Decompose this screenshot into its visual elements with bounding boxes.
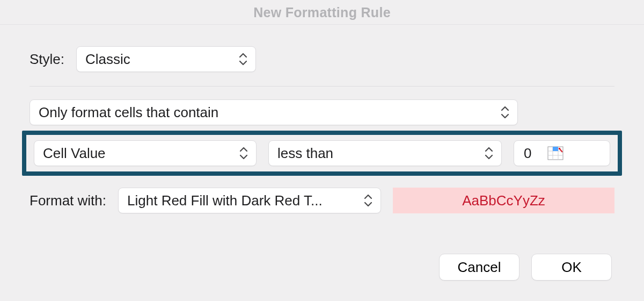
updown-icon xyxy=(239,146,248,160)
updown-icon xyxy=(363,194,373,207)
format-preview-swatch: AaBbCcYyZz xyxy=(393,188,614,213)
criteria-value-input[interactable] xyxy=(523,145,542,162)
criteria-subject-select[interactable]: Cell Value xyxy=(34,140,257,166)
svg-rect-5 xyxy=(553,147,558,151)
rule-type-value: Only format cells that contain xyxy=(39,104,218,121)
divider xyxy=(30,86,614,87)
ok-button[interactable]: OK xyxy=(531,254,612,281)
criteria-highlight: Cell Value less than xyxy=(22,131,622,176)
format-with-select[interactable]: Light Red Fill with Dark Red T... xyxy=(118,188,381,213)
format-preview-text: AaBbCcYyZz xyxy=(462,192,545,209)
updown-icon xyxy=(484,146,494,160)
dialog-title: New Formatting Rule xyxy=(0,0,644,25)
format-with-label: Format with: xyxy=(30,192,106,209)
rule-type-select[interactable]: Only format cells that contain xyxy=(30,99,518,125)
criteria-operator-value: less than xyxy=(277,145,333,162)
format-with-value: Light Red Fill with Dark Red T... xyxy=(127,192,323,209)
criteria-operator-select[interactable]: less than xyxy=(268,140,502,166)
range-picker-icon[interactable] xyxy=(547,146,564,160)
criteria-value-field[interactable] xyxy=(514,140,610,166)
updown-icon xyxy=(500,105,510,119)
new-formatting-rule-dialog: New Formatting Rule Style: Classic Only … xyxy=(0,0,644,301)
style-select-value: Classic xyxy=(85,51,130,68)
cancel-button[interactable]: Cancel xyxy=(439,254,519,281)
style-label: Style: xyxy=(30,51,64,68)
updown-icon xyxy=(238,52,248,66)
style-select[interactable]: Classic xyxy=(76,46,256,72)
criteria-subject-value: Cell Value xyxy=(43,145,106,162)
